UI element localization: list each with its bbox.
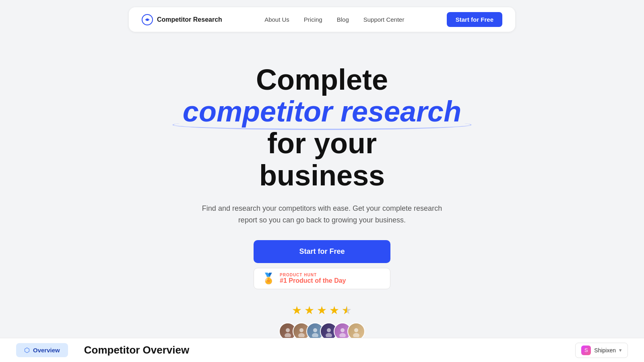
svg-point-6 <box>313 328 317 332</box>
hero-buttons: Start for Free 🏅 PRODUCT HUNT #1 Product… <box>254 240 390 289</box>
star-2: ★ <box>304 304 314 317</box>
ph-medal-icon: 🏅 <box>262 272 275 285</box>
hero-title-for-your: for your <box>267 127 377 159</box>
chevron-down-icon: ▾ <box>619 347 622 353</box>
logo-text: Competitor Research <box>157 16 222 23</box>
svg-point-11 <box>339 333 346 337</box>
svg-point-13 <box>353 333 359 337</box>
svg-point-8 <box>327 328 331 332</box>
nav-link-pricing[interactable]: Pricing <box>304 16 322 23</box>
star-1: ★ <box>292 304 302 317</box>
svg-point-3 <box>285 333 291 337</box>
nav-link-about[interactable]: About Us <box>264 16 289 23</box>
product-hunt-badge[interactable]: 🏅 PRODUCT HUNT #1 Product of the Day <box>254 268 390 289</box>
nav-container: Competitor Research About Us Pricing Blo… <box>129 7 515 32</box>
star-3: ★ <box>317 304 327 317</box>
svg-point-2 <box>286 328 290 332</box>
svg-point-1 <box>146 19 149 21</box>
overview-tab-icon: ⬡ <box>24 346 30 354</box>
hero-section: Complete competitor research for your bu… <box>0 32 644 362</box>
hero-subtitle: Find and research your competitors with … <box>201 203 443 226</box>
logo-link[interactable]: Competitor Research <box>142 14 222 25</box>
ph-label: PRODUCT HUNT <box>280 273 346 277</box>
hero-title: Complete competitor research for your bu… <box>161 64 483 191</box>
svg-point-7 <box>312 333 318 337</box>
svg-point-12 <box>354 328 358 332</box>
competitor-overview-title: Competitor Overview <box>84 344 576 356</box>
shipixen-icon: S <box>581 346 591 355</box>
svg-point-5 <box>298 333 305 337</box>
ph-title: #1 Product of the Day <box>280 277 346 284</box>
hero-title-business: business <box>259 159 385 191</box>
navbar: Competitor Research About Us Pricing Blo… <box>0 0 644 32</box>
shipixen-text: Shipixen <box>594 347 616 354</box>
nav-link-support[interactable]: Support Center <box>363 16 405 23</box>
hero-title-italic: competitor research <box>183 96 461 128</box>
hero-title-line1: Complete <box>256 64 388 96</box>
overview-tab-label: Overview <box>33 347 60 354</box>
svg-point-10 <box>341 328 345 332</box>
ph-text: PRODUCT HUNT #1 Product of the Day <box>280 273 346 284</box>
nav-links: About Us Pricing Blog Support Center <box>264 16 404 23</box>
bottom-bar: ⬡ Overview Competitor Overview S Shipixe… <box>0 338 644 362</box>
nav-link-blog[interactable]: Blog <box>337 16 349 23</box>
star-rating: ★ ★ ★ ★ ★★ <box>292 304 352 317</box>
overview-tab[interactable]: ⬡ Overview <box>16 343 68 357</box>
svg-point-9 <box>326 333 332 337</box>
star-4: ★ <box>329 304 339 317</box>
star-5: ★★ <box>342 304 352 317</box>
hero-start-free-button[interactable]: Start for Free <box>254 240 390 263</box>
logo-icon <box>142 14 153 25</box>
svg-point-4 <box>299 328 303 332</box>
nav-start-free-button[interactable]: Start for Free <box>447 12 502 27</box>
shipixen-badge[interactable]: S Shipixen ▾ <box>575 343 628 358</box>
